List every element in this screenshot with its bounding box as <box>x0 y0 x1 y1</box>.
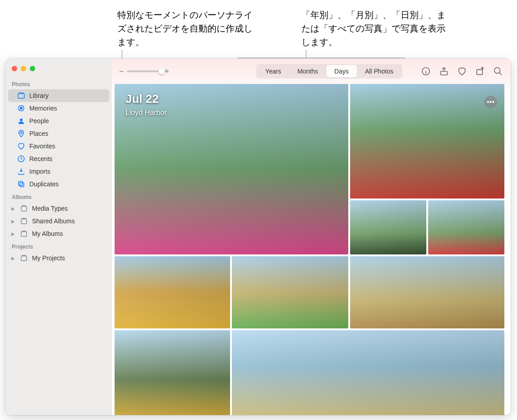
sidebar-item-label: Library <box>29 92 49 99</box>
svg-rect-14 <box>477 69 483 74</box>
sidebar-section-projects: Projects <box>5 240 112 252</box>
svg-rect-9 <box>21 219 27 224</box>
location-label: Lloyd Harbor <box>125 109 167 117</box>
search-icon[interactable] <box>493 66 503 77</box>
tab-months[interactable]: Months <box>289 65 326 78</box>
photo-thumbnail[interactable] <box>350 200 426 254</box>
chevron-right-icon: ▶ <box>11 206 16 211</box>
photo-thumbnail[interactable] <box>350 256 504 328</box>
more-button[interactable]: ••• <box>485 96 497 108</box>
minimize-window-button[interactable] <box>21 66 26 71</box>
sidebar-item-my-albums[interactable]: ▶ My Albums <box>8 227 109 240</box>
callout-line <box>238 58 405 58</box>
svg-point-15 <box>494 68 500 74</box>
info-icon[interactable] <box>420 66 431 77</box>
sidebar-item-places[interactable]: Places <box>8 127 109 140</box>
close-window-button[interactable] <box>12 66 17 71</box>
sidebar-item-label: My Projects <box>32 254 65 262</box>
date-header: Jul 22 Lloyd Harbor <box>125 92 167 117</box>
sidebar-item-label: My Albums <box>32 230 63 237</box>
sidebar-item-memories[interactable]: Memories <box>8 102 109 115</box>
chevron-right-icon: ▶ <box>11 231 16 236</box>
photos-app-window: Photos Library Memories People Places <box>5 59 511 415</box>
sidebar-item-label: Media Types <box>32 205 68 212</box>
svg-rect-11 <box>21 256 27 261</box>
sidebar-item-label: Duplicates <box>29 180 59 188</box>
sidebar-item-recents[interactable]: Recents <box>8 152 109 165</box>
toolbar: − + Years Months Days All Photos <box>112 59 511 84</box>
main-content: − + Years Months Days All Photos <box>112 59 511 415</box>
duplicates-icon <box>17 180 25 188</box>
album-icon <box>20 230 28 238</box>
callout-memories: 特別なモーメントのパーソナライズされたビデオを自動的に作成します。 <box>117 8 253 49</box>
sidebar-item-favorites[interactable]: Favorites <box>8 140 109 152</box>
svg-rect-13 <box>441 71 448 75</box>
sidebar-section-photos: Photos <box>5 78 112 89</box>
toolbar-actions <box>420 66 503 77</box>
clock-icon <box>17 155 25 163</box>
zoom-out-button[interactable]: − <box>119 67 124 76</box>
tab-years[interactable]: Years <box>257 65 289 78</box>
sidebar-item-shared-albums[interactable]: ▶ Shared Albums <box>8 215 109 227</box>
view-segmented-control: Years Months Days All Photos <box>256 64 402 78</box>
zoom-control: − + <box>119 67 169 76</box>
rotate-icon[interactable] <box>475 66 485 77</box>
heart-icon <box>17 142 25 150</box>
sidebar-item-imports[interactable]: Imports <box>8 165 109 178</box>
shared-album-icon <box>20 217 28 225</box>
photo-thumbnail[interactable] <box>115 330 230 415</box>
sidebar-item-label: Recents <box>29 155 52 162</box>
people-icon <box>17 117 25 125</box>
sidebar-item-label: Shared Albums <box>32 217 75 225</box>
import-icon <box>17 167 25 175</box>
sidebar-section-albums: Albums <box>5 190 112 202</box>
svg-point-4 <box>20 132 23 134</box>
sidebar-item-library[interactable]: Library <box>8 89 109 102</box>
share-icon[interactable] <box>439 66 449 77</box>
zoom-in-button[interactable]: + <box>165 67 170 76</box>
svg-rect-10 <box>21 232 27 237</box>
album-icon <box>20 204 28 212</box>
photo-grid: Jul 22 Lloyd Harbor ••• <box>112 84 511 415</box>
tab-days[interactable]: Days <box>326 65 357 78</box>
chevron-right-icon: ▶ <box>11 219 16 224</box>
svg-point-2 <box>20 107 23 110</box>
sidebar-item-my-projects[interactable]: ▶ My Projects <box>8 252 109 264</box>
sidebar-item-people[interactable]: People <box>8 115 109 127</box>
favorite-icon[interactable] <box>457 66 467 77</box>
sidebar-item-label: Imports <box>29 168 51 175</box>
places-icon <box>17 129 25 138</box>
svg-point-3 <box>20 119 23 121</box>
fullscreen-window-button[interactable] <box>30 66 35 71</box>
date-label: Jul 22 <box>125 92 167 106</box>
svg-rect-6 <box>20 183 24 187</box>
library-icon <box>17 92 25 100</box>
sidebar-item-label: Memories <box>29 105 57 112</box>
photo-thumbnail[interactable] <box>428 200 504 254</box>
window-controls <box>5 63 112 78</box>
photo-thumbnail[interactable] <box>350 84 504 198</box>
chevron-right-icon: ▶ <box>11 256 16 261</box>
zoom-slider-knob[interactable] <box>158 68 165 74</box>
sidebar-item-media-types[interactable]: ▶ Media Types <box>8 202 109 215</box>
photo-thumbnail[interactable] <box>232 330 504 415</box>
svg-rect-0 <box>18 94 24 99</box>
tab-all-photos[interactable]: All Photos <box>357 65 402 78</box>
sidebar: Photos Library Memories People Places <box>5 59 112 415</box>
svg-rect-8 <box>21 207 27 212</box>
sidebar-item-duplicates[interactable]: Duplicates <box>8 178 109 190</box>
photo-thumbnail[interactable] <box>115 256 230 328</box>
zoom-slider[interactable] <box>127 70 162 72</box>
sidebar-item-label: People <box>29 117 49 125</box>
callout-line <box>306 50 306 58</box>
sidebar-item-label: Favorites <box>29 143 55 150</box>
memories-icon <box>17 104 25 112</box>
svg-rect-7 <box>18 181 23 185</box>
projects-icon <box>20 254 28 262</box>
sidebar-item-label: Places <box>29 130 48 137</box>
callout-view-tabs: 「年別」、「月別」、「日別」、または「すべての写真」で写真を表示します。 <box>301 8 450 49</box>
photo-thumbnail[interactable] <box>232 256 348 328</box>
